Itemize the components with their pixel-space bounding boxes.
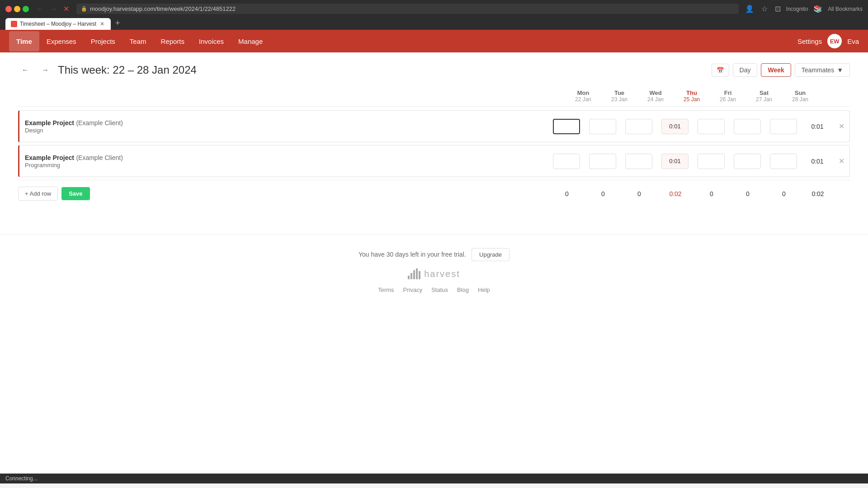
bar-2	[410, 273, 412, 279]
bookmarks-label: All Bookmarks	[828, 6, 863, 12]
time-input-prog-wed[interactable]	[625, 154, 652, 169]
day-date-fri: 26 Jan	[710, 96, 746, 103]
totals-row: + Add row Save 0 0 0 0:02 0 0 0 0:02	[18, 180, 850, 207]
nav-team[interactable]: Team	[123, 31, 154, 52]
day-headers: Mon 22 Jan Tue 23 Jan Wed 24 Jan Thu 25 …	[18, 86, 850, 107]
browser-chrome: ← → ✕ 🔒 moodjoy.harvestapp.com/time/week…	[0, 0, 868, 30]
day-header-tue: Tue 23 Jan	[601, 89, 637, 103]
time-cell-design-sat	[729, 117, 765, 136]
tab-close-btn[interactable]: ✕	[99, 21, 105, 27]
project-name-design: Example Project (Example Client)	[25, 119, 543, 127]
time-input-design-tue[interactable]	[589, 119, 616, 134]
address-bar[interactable]: 🔒 moodjoy.harvestapp.com/time/week/2024/…	[76, 4, 739, 14]
day-header-fri: Fri 26 Jan	[710, 89, 746, 103]
time-cell-design-fri	[693, 117, 729, 136]
delete-programming-btn[interactable]: ✕	[833, 155, 849, 167]
total-col-header	[818, 89, 850, 103]
day-date-thu: 25 Jan	[674, 96, 710, 103]
bar-3	[413, 270, 415, 279]
day-name-mon: Mon	[565, 89, 601, 96]
time-input-prog-thu[interactable]	[661, 154, 689, 169]
total-sun: 0	[766, 190, 802, 197]
time-input-prog-sat[interactable]	[734, 154, 761, 169]
time-input-design-wed[interactable]	[625, 119, 652, 134]
user-avatar[interactable]: EW	[827, 34, 842, 48]
nav-reports[interactable]: Reports	[154, 31, 192, 52]
save-btn[interactable]: Save	[61, 187, 90, 200]
add-row-section: + Add row Save	[18, 187, 549, 201]
back-arrow[interactable]: ←	[33, 4, 46, 14]
footer-terms[interactable]: Terms	[378, 286, 394, 293]
time-input-prog-sun[interactable]	[770, 154, 797, 169]
delete-design-btn[interactable]: ✕	[833, 120, 849, 132]
time-input-design-sun[interactable]	[770, 119, 797, 134]
week-title: This week: 22 – 28 Jan 2024	[58, 64, 706, 76]
tab-title: Timesheet – Moodjoy – Harvest	[20, 21, 96, 27]
settings-link[interactable]: Settings	[797, 38, 822, 45]
time-cell-prog-thu	[657, 152, 693, 171]
upgrade-btn[interactable]: Upgrade	[472, 248, 509, 261]
star-btn[interactable]: ☆	[760, 4, 769, 14]
task-name-design: Design	[25, 127, 543, 134]
project-info-design: Example Project (Example Client) Design	[19, 115, 548, 137]
time-cell-prog-wed	[621, 152, 657, 171]
project-client-design: (Example Client)	[76, 119, 123, 127]
footer-blog[interactable]: Blog	[457, 286, 469, 293]
incognito-icon[interactable]: 👤	[743, 4, 756, 14]
footer-help[interactable]: Help	[478, 286, 490, 293]
total-wed: 0	[621, 190, 657, 197]
day-date-sun: 28 Jan	[782, 96, 818, 103]
close-btn[interactable]	[5, 6, 12, 12]
time-cell-prog-fri	[693, 152, 729, 171]
new-tab-btn[interactable]: +	[112, 17, 124, 30]
maximize-btn[interactable]	[23, 6, 29, 12]
day-header-wed: Wed 24 Jan	[637, 89, 674, 103]
day-name-wed: Wed	[637, 89, 674, 96]
time-cell-design-sun	[765, 117, 802, 136]
day-header-sat: Sat 27 Jan	[746, 89, 782, 103]
trial-text: You have 30 days left in your free trial…	[359, 251, 466, 258]
week-view-btn[interactable]: Week	[761, 63, 791, 77]
total-sat: 0	[730, 190, 766, 197]
time-input-prog-tue[interactable]	[589, 154, 616, 169]
nav-projects[interactable]: Projects	[84, 31, 123, 52]
next-week-btn[interactable]: →	[38, 64, 52, 76]
time-input-design-mon[interactable]	[553, 119, 580, 134]
tab-favicon	[11, 21, 17, 27]
calendar-btn[interactable]: 📅	[712, 64, 729, 77]
row-total-design: 0:01	[802, 123, 833, 130]
nav-invoices[interactable]: Invoices	[192, 31, 231, 52]
footer-privacy[interactable]: Privacy	[403, 286, 423, 293]
active-tab[interactable]: Timesheet – Moodjoy – Harvest ✕	[5, 18, 111, 30]
total-tue: 0	[585, 190, 621, 197]
forward-arrow[interactable]: →	[47, 4, 60, 14]
time-input-design-sat[interactable]	[734, 119, 761, 134]
footer-links: Terms Privacy Status Blog Help	[14, 286, 854, 293]
day-name-thu: Thu	[674, 89, 710, 96]
time-input-prog-mon[interactable]	[553, 154, 580, 169]
time-input-design-fri[interactable]	[698, 119, 725, 134]
nav-expenses[interactable]: Expenses	[39, 31, 84, 52]
time-input-design-thu[interactable]	[661, 119, 689, 134]
chevron-down-icon: ▼	[837, 66, 843, 74]
url-text: moodjoy.harvestapp.com/time/week/2024/1/…	[90, 5, 236, 12]
minimize-btn[interactable]	[14, 6, 20, 12]
day-date-tue: 23 Jan	[601, 96, 637, 103]
status-text: Connecting...	[5, 475, 38, 482]
row-programming: Example Project (Example Client) Program…	[18, 145, 850, 177]
time-input-prog-fri[interactable]	[698, 154, 725, 169]
teammates-btn[interactable]: Teammates ▼	[795, 63, 850, 77]
reload-btn[interactable]: ✕	[61, 4, 72, 14]
nav-manage[interactable]: Manage	[231, 31, 270, 52]
day-view-btn[interactable]: Day	[733, 63, 758, 77]
add-row-btn[interactable]: + Add row	[18, 187, 58, 201]
project-name-programming: Example Project (Example Client)	[25, 154, 543, 162]
footer-status[interactable]: Status	[431, 286, 448, 293]
sidebar-btn[interactable]: ⊡	[773, 4, 783, 14]
nav-time[interactable]: Time	[9, 31, 39, 52]
bookmarks-btn[interactable]: 📚	[811, 4, 824, 14]
lock-icon: 🔒	[81, 6, 87, 12]
prev-week-btn[interactable]: ←	[18, 64, 33, 76]
project-title-programming: Example Project	[25, 154, 74, 161]
bar-4	[416, 268, 418, 279]
